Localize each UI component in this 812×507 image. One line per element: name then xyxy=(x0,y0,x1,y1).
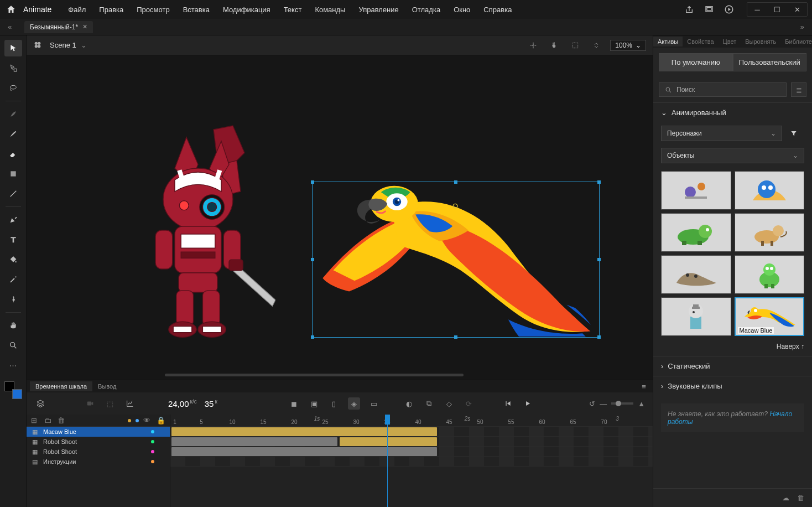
asset-thumb[interactable] xyxy=(661,171,731,210)
menu-window[interactable]: Окно xyxy=(448,3,476,16)
share-icon[interactable] xyxy=(680,1,698,18)
track-row[interactable] xyxy=(170,437,653,447)
free-transform-tool[interactable] xyxy=(4,60,22,76)
eyedropper-tool[interactable] xyxy=(4,271,22,288)
fit-icon[interactable] xyxy=(589,38,603,53)
tab-library[interactable]: Библиотека xyxy=(780,37,812,46)
hand-tool[interactable] xyxy=(4,317,22,334)
close-icon[interactable]: ✕ xyxy=(787,3,807,16)
visibility-icon[interactable]: 👁 xyxy=(143,416,152,425)
tab-timeline[interactable]: Временная шкала xyxy=(30,381,92,391)
delete-layer-icon[interactable]: 🗑 xyxy=(58,416,66,425)
fluid-brush-tool[interactable] xyxy=(4,106,22,122)
insert-frame-icon[interactable]: ▯ xyxy=(328,397,340,410)
minimize-icon[interactable]: ─ xyxy=(747,3,767,16)
rotate-view-icon[interactable] xyxy=(547,38,561,53)
parrot-symbol[interactable] xyxy=(314,183,596,337)
cloud-icon[interactable]: ☁ xyxy=(782,494,789,502)
trash-icon[interactable]: 🗑 xyxy=(797,494,804,502)
home-icon[interactable] xyxy=(4,3,18,16)
camera-icon[interactable] xyxy=(84,397,96,410)
menu-debug[interactable]: Отладка xyxy=(407,3,446,16)
dropdown-objects[interactable]: Объекты⌄ xyxy=(661,148,804,163)
horizontal-scrollbar[interactable] xyxy=(165,374,464,376)
more-tools-icon[interactable]: ⋯ xyxy=(4,357,22,374)
go-start-icon[interactable] xyxy=(502,397,514,410)
frame-value[interactable]: 35к xyxy=(205,399,217,408)
zoom-dropdown[interactable]: 100% ⌄ xyxy=(610,40,646,51)
fps-value[interactable]: 24,00к/с xyxy=(168,399,197,408)
filter-icon[interactable] xyxy=(790,130,804,137)
menu-modify[interactable]: Модификация xyxy=(217,3,276,16)
menu-text[interactable]: Текст xyxy=(278,3,308,16)
color-swatches[interactable] xyxy=(4,381,22,399)
asset-thumb[interactable] xyxy=(735,213,805,252)
track-row[interactable] xyxy=(170,427,653,437)
center-stage-icon[interactable] xyxy=(526,38,540,53)
edit-multiple-icon[interactable]: ⧉ xyxy=(423,397,435,410)
layer-row[interactable]: ▦ Robot Shoot xyxy=(27,437,170,447)
asset-thumb[interactable] xyxy=(661,213,731,252)
fill-swatch[interactable] xyxy=(12,389,22,399)
segment-custom[interactable]: Пользовательский xyxy=(733,53,807,71)
layer-row[interactable]: ▦ Macaw Blue xyxy=(27,427,170,437)
layer-row[interactable]: ▦ Robot Shoot xyxy=(27,447,170,457)
loop-icon[interactable]: ↺ xyxy=(589,400,595,408)
insert-blank-keyframe-icon[interactable]: ▣ xyxy=(308,397,320,410)
clip[interactable] xyxy=(171,437,337,446)
remove-frame-icon[interactable]: ▭ xyxy=(368,397,380,410)
paint-bucket-tool[interactable] xyxy=(4,251,22,268)
segment-default[interactable]: По умолчанию xyxy=(659,53,733,71)
dropdown-characters[interactable]: Персонажи⌄ xyxy=(661,126,782,141)
timeline-ruler[interactable]: 1s 2s 3 1 5 10 15 20 25 30 35 40 45 50 xyxy=(170,415,653,427)
section-static[interactable]: › Статический xyxy=(653,356,812,376)
new-layer-icon[interactable]: ⊞ xyxy=(31,416,40,425)
onion-skin-icon[interactable]: ◐ xyxy=(403,397,415,410)
panel-menu-icon[interactable]: ≡ xyxy=(638,382,649,391)
layer-depth-icon[interactable]: ⬚ xyxy=(104,397,116,410)
menu-help[interactable]: Справка xyxy=(478,3,517,16)
timeline-track[interactable]: 1s 2s 3 1 5 10 15 20 25 30 35 40 45 50 xyxy=(170,415,653,507)
zoom-tool[interactable] xyxy=(4,337,22,354)
brush-tool[interactable] xyxy=(4,126,22,142)
layers-icon[interactable] xyxy=(34,397,46,410)
tab-assets[interactable]: Активы xyxy=(653,37,683,46)
insert-keyframe-icon[interactable]: ◼ xyxy=(288,397,300,410)
track-row[interactable] xyxy=(170,447,653,457)
menu-file[interactable]: Файл xyxy=(63,3,91,16)
selection-tool[interactable] xyxy=(4,40,22,56)
close-tab-icon[interactable]: ✕ xyxy=(82,23,87,30)
play-icon[interactable] xyxy=(720,1,738,18)
asset-thumb[interactable] xyxy=(735,171,805,210)
menu-control[interactable]: Управление xyxy=(353,3,404,16)
menu-view[interactable]: Просмотр xyxy=(131,3,175,16)
new-folder-icon[interactable]: 🗀 xyxy=(44,416,53,425)
lock-icon[interactable]: 🔒 xyxy=(157,416,165,425)
workspace-icon[interactable] xyxy=(700,1,718,18)
asset-thumb[interactable] xyxy=(661,297,731,336)
lasso-tool[interactable] xyxy=(4,80,22,96)
list-view-icon[interactable]: ≣ xyxy=(791,82,806,97)
scene-selector[interactable]: Scene 1 ⌄ xyxy=(50,41,87,49)
clip[interactable] xyxy=(171,427,437,436)
tab-align[interactable]: Выровнять xyxy=(741,37,780,46)
maximize-icon[interactable]: ☐ xyxy=(767,3,787,16)
tab-output[interactable]: Вывод xyxy=(92,381,122,391)
robot-symbol[interactable] xyxy=(121,122,275,354)
section-sound[interactable]: › Звуковые клипы xyxy=(653,376,812,396)
pin-tool[interactable] xyxy=(4,291,22,308)
menu-insert[interactable]: Вставка xyxy=(178,3,215,16)
play-timeline-icon[interactable] xyxy=(522,397,534,410)
asset-thumb[interactable] xyxy=(661,255,731,294)
chevron-left-icon[interactable]: « xyxy=(8,23,12,31)
tab-properties[interactable]: Свойства xyxy=(683,37,718,46)
line-tool[interactable] xyxy=(4,185,22,202)
menu-commands[interactable]: Команды xyxy=(309,3,351,16)
stage[interactable] xyxy=(27,55,653,380)
clip-content-icon[interactable] xyxy=(568,38,582,53)
rectangle-tool[interactable] xyxy=(4,165,22,182)
section-animated[interactable]: ⌄ Анимированный xyxy=(653,103,812,122)
eraser-tool[interactable] xyxy=(4,146,22,162)
asset-thumb-selected[interactable]: Macaw Blue xyxy=(735,297,805,336)
clip[interactable] xyxy=(171,447,437,456)
